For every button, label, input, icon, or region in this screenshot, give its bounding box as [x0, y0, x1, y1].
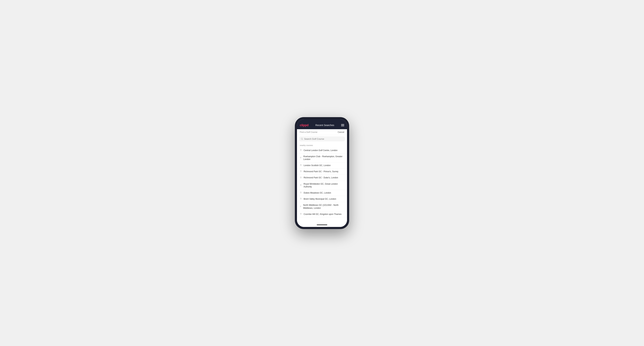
svg-point-6: [301, 177, 301, 178]
pin-icon: [300, 149, 302, 152]
pin-icon: [300, 213, 302, 215]
course-list: Central London Golf Centre, LondonRoeham…: [297, 147, 347, 217]
svg-point-4: [301, 165, 301, 165]
course-list-item[interactable]: London Scottish GC, London: [297, 163, 347, 169]
nearby-section-label: Nearby courses: [297, 143, 347, 147]
search-input[interactable]: [304, 138, 343, 140]
svg-point-5: [301, 171, 301, 172]
pin-icon: [300, 176, 302, 179]
status-bar: [297, 119, 347, 122]
nav-title: Recent Searches: [315, 124, 334, 127]
nav-bar: clippd Recent Searches: [297, 122, 347, 129]
home-bar: [317, 224, 327, 225]
hamburger-menu-icon[interactable]: [341, 124, 344, 126]
course-name: Coombe Hill GC, Kingston upon Thames: [304, 213, 342, 216]
course-list-item[interactable]: North Middlesex GC (1011942 - North Midd…: [297, 202, 347, 211]
course-name: Brent Valley Municipal GC, London: [304, 197, 336, 200]
course-name: Richmond Park GC - Prince's, Surrey: [304, 170, 338, 173]
course-list-item[interactable]: Central London Golf Centre, London: [297, 147, 347, 154]
course-list-item[interactable]: Richmond Park GC - Duke's, London: [297, 175, 347, 181]
phone-device: clippd Recent Searches Find a Golf Cours…: [295, 117, 349, 229]
course-list-item[interactable]: Coombe Hill GC, Kingston upon Thames: [297, 211, 347, 217]
course-name: Central London Golf Centre, London: [304, 149, 338, 152]
course-list-item[interactable]: Royal Wimbledon GC, Great London Authori…: [297, 181, 347, 190]
pin-icon: [300, 192, 302, 194]
svg-point-9: [301, 198, 301, 199]
svg-point-7: [301, 185, 301, 185]
svg-point-11: [301, 213, 301, 214]
main-content: Find a Golf Course Cancel Nearby courses…: [297, 129, 347, 223]
search-icon: [301, 138, 303, 140]
svg-point-3: [300, 157, 301, 158]
nearby-courses-section: Nearby courses Central London Golf Centr…: [297, 143, 347, 223]
pin-icon: [300, 170, 302, 173]
search-bar: [299, 136, 345, 142]
home-indicator: [297, 223, 347, 227]
svg-point-2: [301, 150, 301, 150]
course-list-item[interactable]: Brent Valley Municipal GC, London: [297, 196, 347, 202]
course-list-item[interactable]: Roehampton Club - Roehampton, Greater Lo…: [297, 154, 347, 163]
course-name: Roehampton Club - Roehampton, Greater Lo…: [304, 155, 344, 161]
find-title: Find a Golf Course: [300, 131, 318, 133]
pin-icon: [300, 164, 302, 167]
app-logo: clippd: [300, 123, 308, 127]
svg-line-1: [302, 139, 303, 140]
course-name: Royal Wimbledon GC, Great London Authori…: [304, 182, 344, 188]
pin-icon: [300, 205, 301, 208]
course-name: London Scottish GC, London: [304, 164, 330, 167]
find-header: Find a Golf Course Cancel: [297, 129, 347, 135]
cancel-button[interactable]: Cancel: [338, 131, 344, 133]
phone-screen: clippd Recent Searches Find a Golf Cours…: [297, 119, 347, 227]
course-list-item[interactable]: Richmond Park GC - Prince's, Surrey: [297, 169, 347, 175]
search-bar-container: [297, 135, 347, 143]
pin-icon: [300, 198, 302, 200]
course-name: North Middlesex GC (1011942 - North Midd…: [303, 204, 344, 209]
svg-point-10: [300, 206, 301, 206]
pin-icon: [300, 157, 302, 159]
course-list-item[interactable]: Dukes Meadows GC, London: [297, 190, 347, 196]
pin-icon: [300, 184, 302, 186]
course-name: Richmond Park GC - Duke's, London: [304, 176, 338, 179]
svg-point-8: [301, 192, 301, 193]
course-name: Dukes Meadows GC, London: [304, 191, 331, 194]
